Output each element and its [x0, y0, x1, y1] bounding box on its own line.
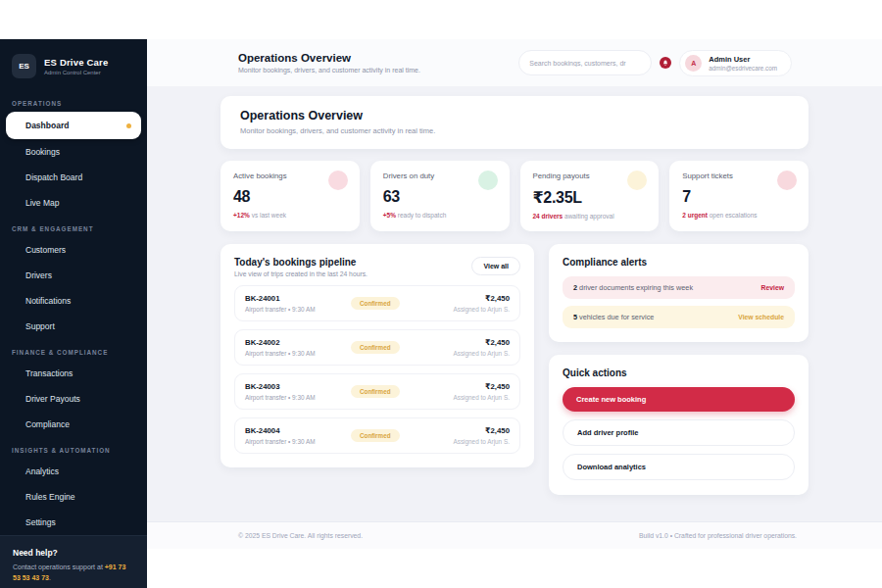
review-link[interactable]: Review [761, 284, 784, 291]
stat-card-active-bookings: Active bookings 48 +12% vs last week [220, 161, 360, 231]
quick-actions-card: Quick actions Create new booking Add dri… [549, 355, 808, 495]
user-name: Admin User [709, 55, 777, 64]
pipeline-title: Today's bookings pipeline [234, 257, 368, 268]
nav-section-insights: Insights & Automation [0, 437, 147, 459]
nav-section-operations: Operations [0, 90, 147, 112]
user-email: admin@esdrivecare.com [709, 65, 777, 72]
booking-amount: ₹2,450 [453, 426, 510, 435]
booking-id: BK-24004 [245, 426, 351, 435]
user-menu[interactable]: A Admin User admin@esdrivecare.com [679, 50, 792, 76]
status-badge: Confirmed [351, 341, 400, 354]
sidebar-item-dashboard[interactable]: Dashboard [6, 112, 141, 139]
stat-foot-text: ready to dispatch [398, 212, 447, 219]
bookings-icon [328, 171, 348, 190]
booking-meta: Airport transfer • 9:30 AM [245, 438, 351, 445]
sidebar-item-driver-payouts[interactable]: Driver Payouts [0, 386, 147, 412]
stat-foot-text: awaiting approval [564, 213, 614, 220]
booking-meta: Airport transfer • 9:30 AM [245, 306, 351, 313]
stat-footnote: 24 drivers awaiting approval [533, 213, 647, 220]
sidebar-item-compliance[interactable]: Compliance [0, 412, 147, 437]
sidebar-item-transactions[interactable]: Transactions [0, 361, 147, 386]
sidebar-item-bookings[interactable]: Bookings [0, 139, 147, 165]
sidebar: ES ES Drive Care Admin Control Center Op… [0, 39, 147, 549]
booking-id: BK-24003 [245, 382, 351, 391]
booking-row[interactable]: BK-24003 Airport transfer • 9:30 AM Conf… [234, 373, 520, 410]
stat-footnote: +5% ready to dispatch [383, 212, 497, 219]
booking-amount: ₹2,450 [453, 294, 510, 303]
view-all-button[interactable]: View all [471, 257, 520, 275]
sidebar-item-drivers[interactable]: Drivers [0, 263, 147, 288]
booking-id: BK-24002 [245, 338, 351, 347]
bookings-pipeline-card: Today's bookings pipeline Live view of t… [220, 244, 534, 467]
view-schedule-link[interactable]: View schedule [738, 314, 784, 320]
copyright-text: © 2025 ES Drive Care. All rights reserve… [238, 532, 363, 539]
compliance-alerts-card: Compliance alerts 2 driver documents exp… [549, 244, 808, 342]
stat-value: 7 [682, 188, 796, 206]
sidebar-nav: Operations Dashboard Bookings Dispatch B… [0, 90, 147, 535]
payouts-icon [627, 171, 647, 190]
stat-foot-text: open escalations [710, 212, 758, 219]
help-title: Need help? [13, 548, 134, 558]
app-window: ES ES Drive Care Admin Control Center Op… [0, 39, 882, 549]
alert-message: vehicles due for service [577, 313, 654, 321]
page-subtitle: Monitor bookings, drivers, and customer … [238, 67, 420, 74]
sidebar-item-dispatch-board[interactable]: Dispatch Board [0, 165, 147, 190]
stat-delta: 24 drivers [533, 213, 564, 220]
booking-row[interactable]: BK-24001 Airport transfer • 9:30 AM Conf… [234, 285, 520, 321]
stat-card-support-tickets: Support tickets 7 2 urgent open escalati… [669, 161, 808, 231]
page-title: Operations Overview [238, 52, 420, 64]
hero-subtitle: Monitor bookings, drivers, and customer … [240, 126, 789, 135]
status-badge: Confirmed [351, 385, 400, 398]
main-area: Operations Overview Monitor bookings, dr… [147, 39, 882, 549]
drivers-icon [478, 171, 498, 190]
stat-value: 63 [383, 188, 497, 206]
sidebar-item-customers[interactable]: Customers [0, 237, 147, 263]
add-driver-profile-button[interactable]: Add driver profile [563, 419, 795, 446]
bell-icon [662, 60, 668, 66]
booking-amount: ₹2,450 [453, 338, 510, 347]
booking-amount: ₹2,450 [453, 382, 510, 391]
sidebar-item-label: Dashboard [25, 121, 69, 130]
pipeline-subtitle: Live view of trips created in the last 2… [234, 270, 368, 277]
hero-card: Operations Overview Monitor bookings, dr… [220, 96, 808, 149]
stat-delta: +12% [233, 212, 250, 219]
brand-subtitle: Admin Control Center [44, 70, 108, 75]
sidebar-item-settings[interactable]: Settings [0, 510, 147, 535]
sidebar-item-notifications[interactable]: Notifications [0, 288, 147, 314]
booking-row[interactable]: BK-24004 Airport transfer • 9:30 AM Conf… [234, 417, 520, 454]
compliance-title: Compliance alerts [563, 257, 795, 268]
brand-name: ES Drive Care [44, 57, 108, 68]
stat-card-pending-payouts: Pending payouts ₹2.35L 24 drivers awaiti… [520, 161, 660, 231]
notification-badge[interactable] [660, 57, 671, 69]
alert-text: 2 driver documents expiring this week [573, 283, 693, 292]
sidebar-item-rules-engine[interactable]: Rules Engine [0, 484, 147, 510]
nav-section-finance: Finance & Compliance [0, 339, 147, 361]
nav-section-crm: CRM & Engagement [0, 216, 147, 237]
footer: © 2025 ES Drive Care. All rights reserve… [147, 521, 882, 549]
search-input[interactable] [529, 60, 641, 67]
booking-meta: Airport transfer • 9:30 AM [245, 394, 351, 401]
stat-value: ₹2.35L [533, 188, 647, 207]
booking-row[interactable]: BK-24002 Airport transfer • 9:30 AM Conf… [234, 329, 520, 366]
alert-row-vehicles: 5 vehicles due for service View schedule [563, 306, 795, 328]
create-new-booking-button[interactable]: Create new booking [563, 387, 795, 412]
build-version-text: Build v1.0 • Crafted for professional dr… [639, 532, 797, 539]
booking-assigned: Assigned to Arjun S. [453, 350, 510, 357]
download-analytics-button[interactable]: Download analytics [563, 454, 795, 480]
brand: ES ES Drive Care Admin Control Center [0, 39, 147, 90]
stat-footnote: +12% vs last week [233, 212, 347, 219]
sidebar-item-live-map[interactable]: Live Map [0, 190, 147, 216]
search-box [518, 50, 652, 75]
alert-message: driver documents expiring this week [577, 283, 693, 292]
booking-meta: Airport transfer • 9:30 AM [245, 350, 351, 357]
stat-foot-text: vs last week [252, 212, 286, 219]
sidebar-item-support[interactable]: Support [0, 314, 147, 339]
help-text-suffix: . [49, 574, 51, 581]
sidebar-item-analytics[interactable]: Analytics [0, 459, 147, 484]
booking-id: BK-24001 [245, 294, 351, 303]
stats-row: Active bookings 48 +12% vs last week Dri… [220, 161, 808, 231]
help-box: Need help? Contact operations support at… [0, 535, 147, 588]
stat-delta: +5% [383, 212, 396, 219]
stat-delta: 2 urgent [682, 212, 708, 219]
content: Operations Overview Monitor bookings, dr… [147, 86, 882, 521]
